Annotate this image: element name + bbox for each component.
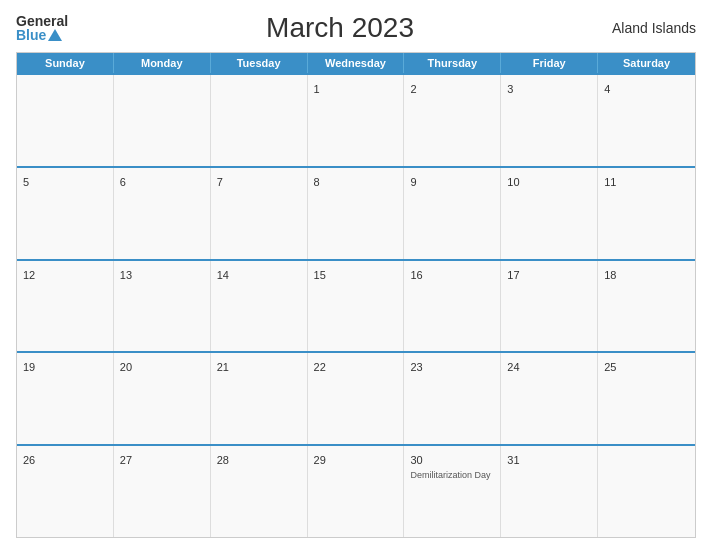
- cell-w2-thu: 9: [404, 168, 501, 259]
- cell-w3-tue: 14: [211, 261, 308, 352]
- cell-w4-fri: 24: [501, 353, 598, 444]
- cell-w4-thu: 23: [404, 353, 501, 444]
- region-label: Aland Islands: [612, 20, 696, 36]
- cell-w4-wed: 22: [308, 353, 405, 444]
- cell-w4-sat: 25: [598, 353, 695, 444]
- calendar-week-4: 19 20 21 22 23 24 25: [17, 351, 695, 444]
- cell-w5-sun: 26: [17, 446, 114, 537]
- cell-w5-wed: 29: [308, 446, 405, 537]
- cell-w3-fri: 17: [501, 261, 598, 352]
- cell-w2-mon: 6: [114, 168, 211, 259]
- logo-blue-text: Blue: [16, 28, 68, 42]
- cell-w2-tue: 7: [211, 168, 308, 259]
- cell-w4-sun: 19: [17, 353, 114, 444]
- cell-w1-tue: [211, 75, 308, 166]
- calendar-week-1: 1 2 3 4: [17, 73, 695, 166]
- cell-w2-sun: 5: [17, 168, 114, 259]
- cell-w5-fri: 31: [501, 446, 598, 537]
- cell-w4-mon: 20: [114, 353, 211, 444]
- cell-w2-wed: 8: [308, 168, 405, 259]
- calendar-header-row: Sunday Monday Tuesday Wednesday Thursday…: [17, 53, 695, 73]
- cell-w2-sat: 11: [598, 168, 695, 259]
- header-friday: Friday: [501, 53, 598, 73]
- cell-w3-mon: 13: [114, 261, 211, 352]
- logo-triangle-icon: [48, 29, 62, 41]
- cell-w5-mon: 27: [114, 446, 211, 537]
- cell-w3-sun: 12: [17, 261, 114, 352]
- header-monday: Monday: [114, 53, 211, 73]
- cell-w1-thu: 2: [404, 75, 501, 166]
- header-wednesday: Wednesday: [308, 53, 405, 73]
- header-saturday: Saturday: [598, 53, 695, 73]
- calendar-week-5: 26 27 28 29 30 Demilitarization Day 31: [17, 444, 695, 537]
- cell-w1-sat: 4: [598, 75, 695, 166]
- cell-w1-mon: [114, 75, 211, 166]
- calendar-week-2: 5 6 7 8 9 10 11: [17, 166, 695, 259]
- cell-w3-thu: 16: [404, 261, 501, 352]
- calendar-body: 1 2 3 4 5 6 7 8 9 10 11 12 13 14 15 16: [17, 73, 695, 537]
- cell-w3-wed: 15: [308, 261, 405, 352]
- header-thursday: Thursday: [404, 53, 501, 73]
- cell-w5-tue: 28: [211, 446, 308, 537]
- logo: General Blue: [16, 14, 68, 42]
- page-header: General Blue March 2023 Aland Islands: [16, 12, 696, 44]
- cell-w1-fri: 3: [501, 75, 598, 166]
- header-sunday: Sunday: [17, 53, 114, 73]
- cell-w4-tue: 21: [211, 353, 308, 444]
- cell-w3-sat: 18: [598, 261, 695, 352]
- cell-w1-wed: 1: [308, 75, 405, 166]
- event-demilitarization: Demilitarization Day: [410, 470, 494, 482]
- cell-w2-fri: 10: [501, 168, 598, 259]
- calendar-title: March 2023: [68, 12, 612, 44]
- cell-w1-sun: [17, 75, 114, 166]
- logo-general-text: General: [16, 14, 68, 28]
- calendar-week-3: 12 13 14 15 16 17 18: [17, 259, 695, 352]
- header-tuesday: Tuesday: [211, 53, 308, 73]
- calendar-grid: Sunday Monday Tuesday Wednesday Thursday…: [16, 52, 696, 538]
- calendar-page: General Blue March 2023 Aland Islands Su…: [0, 0, 712, 550]
- cell-w5-sat: [598, 446, 695, 537]
- cell-w5-thu: 30 Demilitarization Day: [404, 446, 501, 537]
